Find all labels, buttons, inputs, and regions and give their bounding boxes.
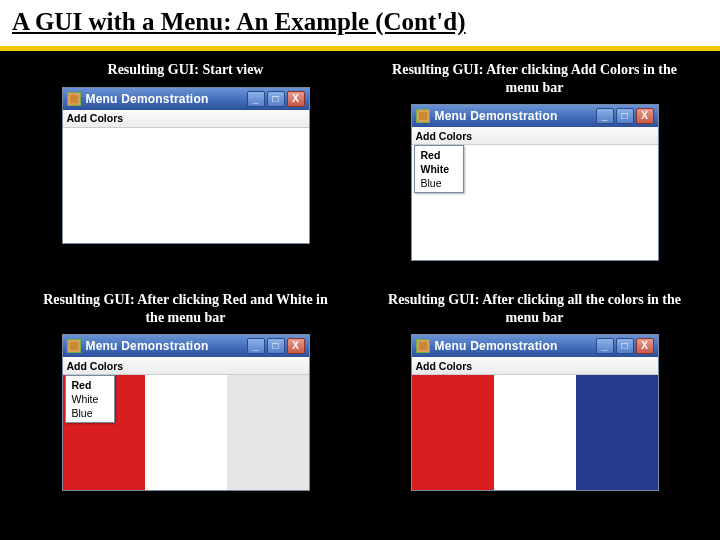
menuitem-white[interactable]: White [415,162,463,176]
maximize-button[interactable]: □ [267,338,285,354]
menu-addcolors[interactable]: Add Colors [67,360,124,372]
window-title: Menu Demonstration [86,339,247,353]
window-red-white: Menu Demonstration _ □ X Add Colors Red … [62,334,310,491]
panel-red-white: Resulting GUI: After clicking Red and Wh… [16,291,355,511]
menu-addcolors[interactable]: Add Colors [67,112,124,124]
window-title: Menu Demonstration [435,339,596,353]
close-button[interactable]: X [636,338,654,354]
menubar[interactable]: Add Colors [63,110,309,128]
menubar[interactable]: Add Colors [412,127,658,145]
window-controls: _ □ X [247,338,305,354]
window-controls: _ □ X [596,108,654,124]
minimize-button[interactable]: _ [596,338,614,354]
window-title: Menu Demonstration [86,92,247,106]
stripe-white [494,375,576,490]
menuitem-white[interactable]: White [66,392,114,406]
panel-all: Resulting GUI: After clicking all the co… [365,291,704,511]
maximize-button[interactable]: □ [616,108,634,124]
minimize-button[interactable]: _ [247,91,265,107]
window-controls: _ □ X [247,91,305,107]
client-area: Red White Blue [63,375,309,490]
window-start: Menu Demonstration _ □ X Add Colors [62,87,310,244]
slide-title: A GUI with a Menu: An Example (Cont'd) [12,8,708,36]
titlebar: Menu Demonstration _ □ X [412,105,658,127]
app-icon [416,109,430,123]
app-icon [416,339,430,353]
slide-header: A GUI with a Menu: An Example (Cont'd) [0,0,720,51]
client-area: Red White Blue [412,145,658,260]
titlebar: Menu Demonstration _ □ X [63,335,309,357]
window-title: Menu Demonstration [435,109,596,123]
panel-menu-open: Resulting GUI: After clicking Add Colors… [365,61,704,281]
caption-menu-open: Resulting GUI: After clicking Add Colors… [385,61,685,96]
maximize-button[interactable]: □ [267,91,285,107]
window-all: Menu Demonstration _ □ X Add Colors [411,334,659,491]
dropdown-addcolors: Red White Blue [414,145,464,193]
caption-all: Resulting GUI: After clicking all the co… [385,291,685,326]
menuitem-red[interactable]: Red [415,148,463,162]
close-button[interactable]: X [287,338,305,354]
close-button[interactable]: X [636,108,654,124]
client-area [63,128,309,243]
menubar[interactable]: Add Colors [63,357,309,375]
maximize-button[interactable]: □ [616,338,634,354]
minimize-button[interactable]: _ [596,108,614,124]
client-area [412,375,658,490]
app-icon [67,92,81,106]
menuitem-blue[interactable]: Blue [66,406,114,420]
menuitem-blue[interactable]: Blue [415,176,463,190]
menu-addcolors[interactable]: Add Colors [416,360,473,372]
caption-start: Resulting GUI: Start view [108,61,264,79]
stripe-red [412,375,494,490]
titlebar: Menu Demonstration _ □ X [63,88,309,110]
panel-grid: Resulting GUI: Start view Menu Demonstra… [0,51,720,521]
panel-start: Resulting GUI: Start view Menu Demonstra… [16,61,355,281]
app-icon [67,339,81,353]
stripe-empty [227,375,309,490]
window-controls: _ □ X [596,338,654,354]
titlebar: Menu Demonstration _ □ X [412,335,658,357]
menu-addcolors[interactable]: Add Colors [416,130,473,142]
caption-red-white: Resulting GUI: After clicking Red and Wh… [36,291,336,326]
stripe-white [145,375,227,490]
close-button[interactable]: X [287,91,305,107]
menuitem-red[interactable]: Red [66,378,114,392]
menubar[interactable]: Add Colors [412,357,658,375]
dropdown-addcolors: Red White Blue [65,375,115,423]
minimize-button[interactable]: _ [247,338,265,354]
window-menu-open: Menu Demonstration _ □ X Add Colors Red … [411,104,659,261]
stripe-blue [576,375,658,490]
